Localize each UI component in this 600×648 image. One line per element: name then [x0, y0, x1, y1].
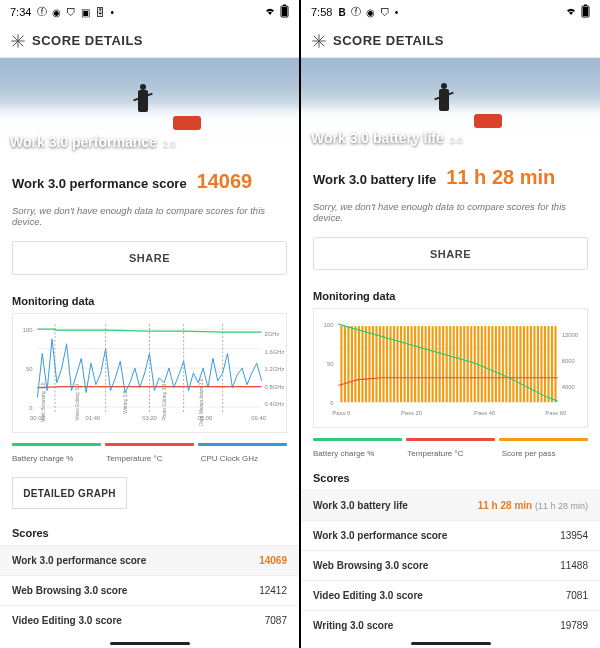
svg-text:0.4GHz: 0.4GHz [265, 401, 285, 407]
nav-bar[interactable] [0, 640, 299, 648]
table-row[interactable]: Web Browsing 3.0 score 11488 [301, 550, 600, 580]
svg-rect-59 [365, 326, 367, 402]
share-button[interactable]: SHARE [12, 241, 287, 275]
monitoring-title: Monitoring data [0, 287, 299, 313]
status-left-icons: ⓕ ◉ ⛉ ▣ 🗄 • [37, 5, 114, 19]
svg-rect-79 [435, 326, 437, 402]
svg-text:Pass 20: Pass 20 [401, 410, 423, 416]
svg-text:Pass 40: Pass 40 [474, 410, 496, 416]
score-value: 14069 [197, 170, 253, 193]
table-row[interactable]: Video Editing 3.0 score 7081 [301, 580, 600, 610]
svg-rect-77 [428, 326, 430, 402]
svg-rect-108 [537, 326, 539, 402]
battery-icon [581, 4, 590, 20]
svg-rect-113 [554, 326, 556, 402]
svg-rect-85 [456, 326, 458, 402]
svg-rect-92 [481, 326, 483, 402]
wifi-icon [263, 6, 277, 18]
snowflake-icon [311, 33, 327, 49]
b-icon: B [338, 7, 345, 18]
svg-rect-61 [372, 326, 374, 402]
page-title: SCORE DETAILS [333, 33, 444, 48]
svg-text:0: 0 [29, 405, 33, 411]
svg-rect-105 [526, 326, 528, 402]
score-label: Work 3.0 performance score [12, 176, 187, 191]
svg-rect-72 [411, 326, 413, 402]
table-row[interactable]: Work 3.0 battery life 11 h 28 min (11 h … [301, 490, 600, 520]
status-time: 7:34 [10, 6, 31, 18]
svg-rect-76 [425, 326, 427, 402]
svg-rect-95 [491, 326, 493, 402]
svg-rect-68 [396, 326, 398, 402]
legend-bars [313, 438, 588, 441]
svg-rect-99 [505, 326, 507, 402]
svg-text:100: 100 [324, 322, 335, 328]
svg-text:Writing 3.0: Writing 3.0 [123, 390, 128, 413]
no-compare-message: Sorry, we don't have enough data to comp… [0, 201, 299, 237]
table-row[interactable]: Work 3.0 performance score 13954 [301, 520, 600, 550]
svg-rect-109 [540, 326, 542, 402]
svg-rect-2 [282, 7, 287, 16]
hero-image: Work 3.0 battery life 3.0 [301, 58, 600, 154]
status-time: 7:58 [311, 6, 332, 18]
app-header: SCORE DETAILS [301, 24, 600, 58]
app-header: SCORE DETAILS [0, 24, 299, 58]
svg-rect-93 [484, 326, 486, 402]
svg-rect-111 [547, 326, 549, 402]
snowflake-icon [10, 33, 26, 49]
table-row[interactable]: Writing 3.0 score 19789 [301, 610, 600, 640]
svg-rect-37 [583, 7, 588, 16]
svg-rect-98 [502, 326, 504, 402]
svg-text:12000: 12000 [562, 332, 579, 338]
facebook-icon: ⓕ [351, 5, 361, 19]
dot-icon: • [395, 7, 399, 18]
svg-rect-57 [358, 326, 360, 402]
svg-text:100: 100 [23, 327, 34, 333]
score-value: 11 h 28 min [446, 166, 555, 189]
monitoring-chart[interactable]: 100 50 0 1200080004000 Pass 0Pass 20 Pas… [313, 308, 588, 432]
svg-rect-70 [404, 326, 406, 402]
app-icon: ◉ [52, 7, 61, 18]
table-row[interactable]: Video Editing 3.0 score 7087 [0, 605, 299, 635]
table-row[interactable]: Web Browsing 3.0 score 12412 [0, 575, 299, 605]
score-row: Work 3.0 battery life 11 h 28 min [301, 154, 600, 197]
detailed-graph-button[interactable]: DETAILED GRAPH [12, 477, 127, 509]
svg-text:Photo Editing 3.0: Photo Editing 3.0 [162, 383, 167, 420]
svg-rect-87 [463, 326, 465, 402]
shield-icon: ⛉ [66, 7, 76, 18]
svg-rect-55 [351, 326, 353, 402]
wifi-icon [564, 6, 578, 18]
phone-left: 7:34 ⓕ ◉ ⛉ ▣ 🗄 • SCORE DETAILS [0, 0, 299, 648]
svg-text:1.6GHz: 1.6GHz [265, 349, 285, 355]
table-row[interactable]: Work 3.0 performance score 14069 [0, 545, 299, 575]
score-row: Work 3.0 performance score 14069 [0, 158, 299, 201]
svg-rect-101 [512, 326, 514, 402]
svg-rect-74 [418, 326, 420, 402]
no-compare-message: Sorry, we don't have enough data to comp… [301, 197, 600, 233]
svg-rect-66 [389, 326, 391, 402]
share-button[interactable]: SHARE [313, 237, 588, 270]
svg-rect-60 [368, 326, 370, 402]
battery-icon [280, 4, 289, 20]
svg-rect-84 [453, 326, 455, 402]
legend-row: Battery charge % Temperature °C Score pe… [313, 449, 588, 458]
svg-rect-36 [584, 5, 587, 7]
scores-table: Work 3.0 battery life 11 h 28 min (11 h … [301, 490, 600, 640]
score-label: Work 3.0 battery life [313, 172, 436, 187]
svg-rect-81 [442, 326, 444, 402]
nav-bar[interactable] [301, 640, 600, 648]
svg-text:05:00: 05:00 [198, 415, 213, 421]
svg-text:8000: 8000 [562, 358, 576, 364]
svg-rect-88 [467, 326, 469, 402]
svg-rect-67 [393, 326, 395, 402]
monitoring-chart[interactable]: Web Browsing 3.0 Video Editing 3.0 Writi… [12, 313, 287, 437]
svg-rect-89 [470, 326, 472, 402]
svg-rect-112 [551, 326, 553, 402]
svg-rect-75 [421, 326, 423, 402]
svg-text:00:00: 00:00 [30, 415, 45, 421]
hero-title: Work 3.0 performance [10, 134, 157, 150]
svg-rect-110 [544, 326, 546, 402]
svg-text:Pass 0: Pass 0 [332, 410, 351, 416]
box-icon: ▣ [81, 7, 90, 18]
svg-text:50: 50 [327, 361, 334, 367]
